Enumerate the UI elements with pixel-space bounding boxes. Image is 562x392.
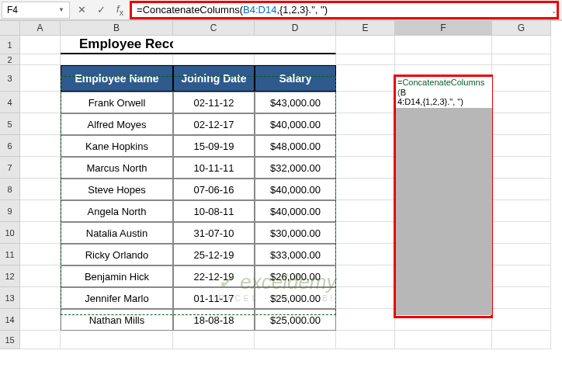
cell-name-8[interactable]: Benjamin Hick — [61, 265, 173, 287]
cell-A10[interactable] — [20, 222, 61, 244]
cell-name-1[interactable]: Alfred Moyes — [61, 113, 173, 135]
cell-salary-1[interactable]: $40,000.00 — [255, 113, 336, 135]
col-header-g[interactable]: G — [492, 21, 551, 36]
cell-salary-2[interactable]: $48,000.00 — [255, 135, 336, 157]
cell-C15[interactable] — [173, 331, 255, 349]
col-header-a[interactable]: A — [20, 21, 61, 36]
row-header-14[interactable]: 14 — [0, 309, 20, 331]
col-header-b[interactable]: B — [61, 21, 173, 36]
cell-A13[interactable] — [20, 287, 61, 309]
row-header-5[interactable]: 5 — [0, 113, 20, 135]
row-header-15[interactable]: 15 — [0, 331, 20, 349]
select-all-corner[interactable] — [0, 21, 20, 36]
cell-F2[interactable] — [395, 54, 492, 65]
cell-A4[interactable] — [20, 92, 61, 113]
cell-name-7[interactable]: Ricky Orlando — [61, 244, 173, 265]
col-header-f[interactable]: F — [395, 21, 492, 36]
cell-G2[interactable] — [492, 54, 551, 65]
cell-G13[interactable] — [492, 287, 551, 309]
cell-G6[interactable] — [492, 135, 551, 157]
row-header-10[interactable]: 10 — [0, 222, 20, 244]
row-header-1[interactable]: 1 — [0, 36, 20, 54]
row-header-12[interactable]: 12 — [0, 265, 20, 287]
accept-icon[interactable]: ✓ — [97, 4, 106, 16]
cell-B2[interactable] — [61, 54, 173, 65]
cell-G8[interactable] — [492, 179, 551, 200]
cell-A7[interactable] — [20, 157, 61, 179]
cell-E12[interactable] — [336, 265, 395, 287]
header-name[interactable]: Employee Name — [61, 65, 173, 92]
cell-date-9[interactable]: 01-11-17 — [173, 287, 255, 309]
cell-A8[interactable] — [20, 179, 61, 200]
cell-D15[interactable] — [255, 331, 336, 349]
cell-G15[interactable] — [492, 331, 551, 349]
cell-E2[interactable] — [336, 54, 395, 65]
cell-D1[interactable] — [255, 36, 336, 54]
cell-A5[interactable] — [20, 113, 61, 135]
cell-A2[interactable] — [20, 54, 61, 65]
cell-B15[interactable] — [61, 331, 173, 349]
cell-E4[interactable] — [336, 92, 395, 113]
cell-E14[interactable] — [336, 309, 395, 331]
cell-F1[interactable] — [395, 36, 492, 54]
cell-F15[interactable] — [395, 331, 492, 349]
name-box-dropdown-icon[interactable]: ▼ — [58, 6, 64, 13]
cell-name-0[interactable]: Frank Orwell — [61, 92, 173, 113]
cell-name-4[interactable]: Steve Hopes — [61, 179, 173, 200]
cell-E3[interactable] — [336, 65, 395, 92]
fx-icon[interactable]: fx — [116, 3, 123, 17]
col-header-c[interactable]: C — [173, 21, 255, 36]
formula-bar-expand-icon[interactable]: ⌄ — [549, 5, 560, 16]
cell-salary-4[interactable]: $40,000.00 — [255, 179, 336, 200]
cell-salary-9[interactable]: $25,000.00 — [255, 287, 336, 309]
cell-E9[interactable] — [336, 200, 395, 222]
cell-date-0[interactable]: 02-11-12 — [173, 92, 255, 113]
cell-E7[interactable] — [336, 157, 395, 179]
cell-name-9[interactable]: Jennifer Marlo — [61, 287, 173, 309]
cell-salary-10[interactable]: $25,000.00 — [255, 309, 336, 331]
header-date[interactable]: Joining Date — [173, 65, 255, 92]
row-header-4[interactable]: 4 — [0, 92, 20, 113]
col-header-d[interactable]: D — [255, 21, 336, 36]
cell-G3[interactable] — [492, 65, 551, 92]
cell-C2[interactable] — [173, 54, 255, 65]
cell-E11[interactable] — [336, 244, 395, 265]
cell-E13[interactable] — [336, 287, 395, 309]
cell-E10[interactable] — [336, 222, 395, 244]
formula-input[interactable]: =ConcatenateColumns(B4:D14,{1,2,3}.", ") — [130, 1, 559, 19]
cell-date-6[interactable]: 31-07-10 — [173, 222, 255, 244]
cell-name-5[interactable]: Angela North — [61, 200, 173, 222]
row-header-13[interactable]: 13 — [0, 287, 20, 309]
cell-salary-6[interactable]: $30,000.00 — [255, 222, 336, 244]
cell-E15[interactable] — [336, 331, 395, 349]
cell-date-4[interactable]: 07-06-16 — [173, 179, 255, 200]
cell-G11[interactable] — [492, 244, 551, 265]
cell-salary-8[interactable]: $26,000.00 — [255, 265, 336, 287]
cell-G7[interactable] — [492, 157, 551, 179]
cell-A11[interactable] — [20, 244, 61, 265]
cell-date-7[interactable]: 25-12-19 — [173, 244, 255, 265]
cancel-icon[interactable]: ✕ — [78, 4, 86, 16]
cell-date-5[interactable]: 10-08-11 — [173, 200, 255, 222]
name-box[interactable]: F4 ▼ — [2, 2, 70, 19]
cell-date-1[interactable]: 02-12-17 — [173, 113, 255, 135]
header-salary[interactable]: Salary — [255, 65, 336, 92]
cell-name-2[interactable]: Kane Hopkins — [61, 135, 173, 157]
cell-E5[interactable] — [336, 113, 395, 135]
cell-name-10[interactable]: Nathan Mills — [61, 309, 173, 331]
cell-salary-0[interactable]: $43,000.00 — [255, 92, 336, 113]
row-header-11[interactable]: 11 — [0, 244, 20, 265]
cell-salary-5[interactable]: $40,000.00 — [255, 200, 336, 222]
cell-E8[interactable] — [336, 179, 395, 200]
cell-date-3[interactable]: 10-11-11 — [173, 157, 255, 179]
cell-A14[interactable] — [20, 309, 61, 331]
cell-name-3[interactable]: Marcus North — [61, 157, 173, 179]
cell-salary-3[interactable]: $32,000.00 — [255, 157, 336, 179]
col-header-e[interactable]: E — [336, 21, 395, 36]
cell-A1[interactable] — [20, 36, 61, 54]
cell-A15[interactable] — [20, 331, 61, 349]
cell-G4[interactable] — [492, 92, 551, 113]
cell-A6[interactable] — [20, 135, 61, 157]
cell-f4-formula-display[interactable]: =ConcatenateColumns(B4:D14,{1,2,3}.", ") — [396, 77, 492, 108]
cell-A12[interactable] — [20, 265, 61, 287]
